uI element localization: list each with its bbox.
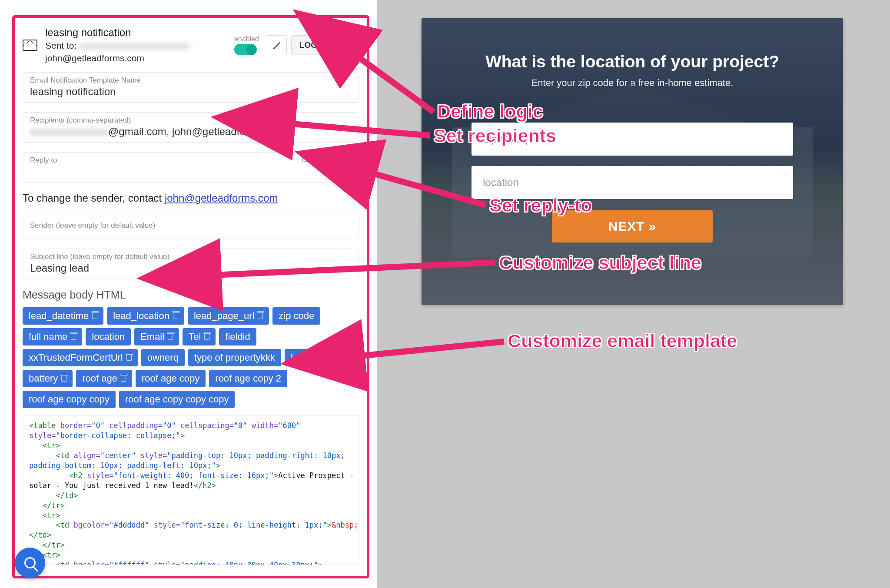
merge-tag-label: roof age copy 2 — [215, 373, 281, 384]
merge-tag[interactable]: lead_location — [107, 307, 184, 325]
merge-tag[interactable]: roof age copy 2 — [209, 370, 287, 387]
enabled-block: enabled — [234, 35, 259, 55]
trash-icon — [92, 313, 97, 319]
merge-tag-label: location — [92, 331, 125, 342]
preview-location-input[interactable]: location — [472, 166, 793, 199]
merge-tag-label: xxTrustedFormCertUrl — [29, 352, 123, 363]
trash-icon — [71, 334, 76, 340]
edit-icon-button[interactable] — [267, 35, 287, 55]
recipients-blur: xxxxxxxxxxxxxxx — [30, 126, 108, 137]
notification-editor-panel: leasing notification Sent to: xxxxxxxxxx… — [12, 15, 369, 578]
merge-tag[interactable]: battery — [23, 370, 73, 387]
replyto-field[interactable]: Reply to use lead's email — [23, 152, 359, 183]
trash-icon — [258, 313, 263, 319]
merge-tag-label: roof age copy — [142, 373, 199, 384]
preview-title: What is the location of your project? — [422, 52, 843, 71]
merge-tag-label: lead_datetime — [29, 310, 89, 322]
merge-tag-label: ownerq — [147, 352, 179, 363]
merge-tag-label: full name — [29, 331, 67, 342]
merge-tag-label: lead_page_url — [194, 310, 254, 322]
merge-tag[interactable]: roof age copy copy copy — [119, 391, 235, 408]
header-text: leasing notification Sent to: xxxxxxxxxx… — [45, 26, 234, 64]
sender-contact-link[interactable]: john@getleadforms.com — [165, 192, 278, 204]
trash-icon — [345, 41, 353, 50]
merge-tag[interactable]: Email — [134, 328, 179, 345]
merge-tag[interactable]: ownerq — [141, 349, 185, 366]
template-name-label: Email Notification Template Name — [30, 76, 352, 85]
merge-tag[interactable]: Leasing? — [285, 349, 344, 366]
subject-input[interactable] — [30, 262, 352, 274]
recipients-field[interactable]: Recipients (comma-separated) xxxxxxxxxxx… — [23, 112, 359, 143]
merge-tag[interactable]: type of propertykkk — [188, 349, 281, 366]
replyto-input[interactable] — [30, 166, 160, 178]
merge-tag-label: roof age — [82, 373, 117, 384]
help-search-fab[interactable] — [15, 548, 45, 578]
merge-tag-label: battery — [29, 373, 58, 384]
template-name-field[interactable]: Email Notification Template Name — [23, 72, 359, 103]
merge-tag[interactable]: zip code — [272, 307, 320, 325]
sender-field[interactable]: Sender (leave empty for default value) — [23, 213, 359, 239]
trash-icon — [204, 334, 209, 340]
annot-set-reply-to: Set reply-to — [489, 195, 592, 216]
trash-icon — [121, 375, 126, 382]
use-lead-toggle[interactable] — [329, 166, 352, 177]
merge-tag-label: Leasing? — [291, 352, 329, 363]
sent-to-label: Sent to: — [45, 40, 76, 50]
merge-tag-label: roof age copy copy copy — [125, 394, 229, 405]
merge-tag-label: Email — [140, 331, 164, 342]
editor-header: leasing notification Sent to: xxxxxxxxxx… — [23, 23, 359, 72]
pencil-icon — [272, 40, 282, 50]
merge-tag-label: Tel — [189, 331, 201, 342]
merge-tag-label: zip code — [279, 310, 314, 322]
annot-email-template: Customize email template — [508, 330, 737, 352]
template-name-input[interactable] — [30, 86, 352, 98]
notification-title: leasing notification — [45, 26, 234, 40]
merge-tag-label: lead_location — [113, 310, 169, 322]
trash-icon — [333, 355, 338, 361]
enabled-toggle[interactable] — [234, 44, 257, 55]
annot-set-recipients: Set recipients — [434, 125, 556, 146]
search-icon — [24, 557, 36, 568]
merge-tag-label: fieldid — [225, 331, 250, 342]
merge-tag[interactable]: roof age copy — [136, 370, 206, 387]
merge-tag[interactable]: lead_page_url — [188, 307, 269, 325]
sent-to-email: john@getleadforms.com — [45, 52, 234, 64]
mail-icon — [23, 40, 37, 51]
merge-tag[interactable]: full name — [23, 328, 82, 345]
sender-label: Sender (leave empty for default value) — [30, 221, 352, 230]
merge-tag[interactable]: location — [86, 328, 131, 345]
html-code-editor[interactable]: <table border="0" cellpadding="0" cellsp… — [23, 415, 359, 565]
sent-to-blur: xxxxxxxxxxxxxxxxxxxxxxxx, — [79, 40, 191, 50]
trash-icon — [168, 334, 173, 340]
merge-tag[interactable]: roof age — [76, 370, 132, 387]
trash-icon — [126, 355, 132, 361]
merge-tags-container: lead_datetimelead_locationlead_page_urlz… — [23, 307, 359, 408]
trash-icon — [173, 313, 178, 319]
preview-location-placeholder: location — [483, 176, 519, 189]
recipients-label: Recipients (comma-separated) — [30, 116, 352, 125]
sender-note-text: To change the sender, contact — [23, 192, 165, 204]
merge-tag[interactable]: lead_datetime — [23, 307, 103, 325]
merge-tag[interactable]: fieldid — [219, 328, 256, 345]
replyto-label: Reply to — [30, 156, 160, 165]
use-lead-label: use lead's email — [302, 156, 352, 164]
recipients-value: xxxxxxxxxxxxxxx@gmail.com, john@getleadf… — [30, 126, 352, 138]
sent-to-row: Sent to: xxxxxxxxxxxxxxxxxxxxxxxx, — [45, 40, 234, 52]
enabled-label: enabled — [234, 35, 259, 43]
logic-button[interactable]: LOGIC — [291, 35, 334, 55]
annot-subject-line: Customize subject line — [499, 252, 701, 273]
use-lead-block: use lead's email — [302, 156, 352, 177]
subject-label: Subject line (leave empty for default va… — [30, 252, 352, 261]
merge-tag[interactable]: roof age copy copy — [23, 391, 116, 408]
delete-button[interactable] — [339, 35, 359, 55]
merge-tag-label: type of propertykkk — [194, 352, 275, 363]
subject-field[interactable]: Subject line (leave empty for default va… — [23, 249, 359, 279]
merge-tag-label: roof age copy copy — [29, 394, 110, 405]
sender-note: To change the sender, contact john@getle… — [23, 192, 359, 204]
preview-next-label: NEXT » — [608, 219, 656, 234]
merge-tag[interactable]: Tel — [183, 328, 216, 345]
merge-tag[interactable]: xxTrustedFormCertUrl — [23, 349, 138, 366]
annot-define-logic: Define logic — [437, 101, 543, 122]
trash-icon — [61, 375, 66, 382]
message-body-title: Message body HTML — [23, 289, 359, 301]
